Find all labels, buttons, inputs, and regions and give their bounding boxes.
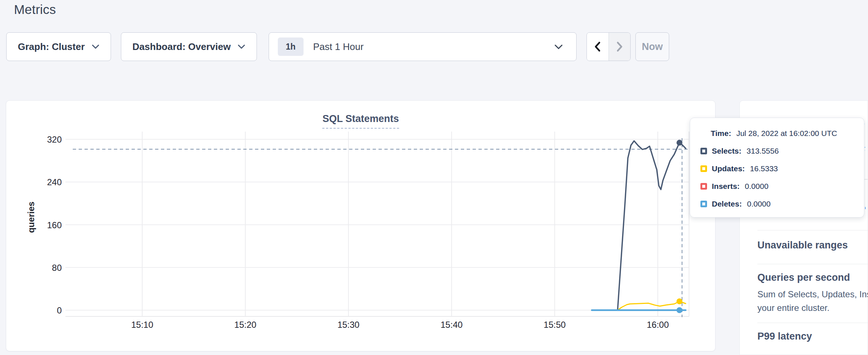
divider (757, 323, 868, 323)
updates-series-swatch-icon (700, 165, 707, 172)
chevron-down-icon (554, 44, 563, 50)
clipped-sidebar-link-fragment: k (865, 144, 868, 151)
chart-plot-area[interactable] (65, 132, 689, 316)
sidebar-entry-description: Sum of Selects, Updates, Inserts your en… (757, 287, 868, 315)
time-back-button[interactable] (587, 33, 609, 61)
y-axis-label: queries (26, 201, 36, 233)
time-forward-button[interactable] (609, 33, 630, 61)
chevron-right-icon (616, 41, 624, 53)
tooltip-series-value: 0.0000 (747, 200, 771, 208)
tooltip-series-value: 16.5333 (750, 164, 778, 173)
tooltip-series-value: 0.0000 (745, 182, 768, 191)
tooltip-time-label: Time: (711, 129, 731, 138)
divider (757, 230, 868, 230)
time-range-badge: 1h (278, 37, 304, 56)
now-button[interactable]: Now (635, 32, 669, 61)
sidebar-entry-title: Queries per second (757, 272, 850, 283)
clipped-sidebar-link-fragment: a (865, 204, 868, 209)
tooltip-time-value: Jul 28, 2022 at 16:02:00 UTC (736, 129, 837, 138)
selects-series-swatch-icon (700, 148, 707, 154)
page-title: Metrics (14, 2, 56, 17)
clipped-sidebar-divider-fragment (864, 179, 868, 180)
tooltip-series-label: Deletes: (712, 200, 742, 208)
dashboard-dropdown[interactable]: Dashboard: Overview (121, 32, 257, 61)
sidebar-entry-title: Unavailable ranges (757, 240, 848, 251)
graph-scope-dropdown[interactable]: Graph: Cluster (6, 32, 111, 61)
chart-title[interactable]: SQL Statements (322, 113, 399, 129)
time-pager (587, 32, 631, 61)
tooltip-series-label: Inserts: (712, 182, 740, 191)
time-range-dropdown[interactable]: 1h Past 1 Hour (269, 32, 577, 61)
chart-tooltip: Time: Jul 28, 2022 at 16:02:00 UTC Selec… (690, 118, 864, 218)
dashboard-dropdown-label: Dashboard: Overview (132, 41, 230, 53)
time-range-label: Past 1 Hour (313, 41, 363, 53)
chevron-down-icon (237, 44, 245, 49)
tooltip-series-label: Updates: (712, 164, 745, 173)
divider (757, 264, 868, 264)
chevron-down-icon (92, 44, 100, 49)
clipped-sidebar-text-fragment: a (864, 116, 868, 124)
metrics-page: Metrics Graph: Cluster Dashboard: Overvi… (0, 0, 868, 355)
chevron-left-icon (593, 41, 602, 53)
tooltip-series-value: 313.5556 (747, 147, 779, 155)
graph-scope-dropdown-label: Graph: Cluster (18, 41, 85, 53)
deletes-series-swatch-icon (700, 201, 707, 207)
sidebar-entry-title: P99 latency (757, 331, 812, 342)
inserts-series-swatch-icon (700, 183, 707, 190)
tooltip-series-label: Selects: (712, 147, 742, 155)
